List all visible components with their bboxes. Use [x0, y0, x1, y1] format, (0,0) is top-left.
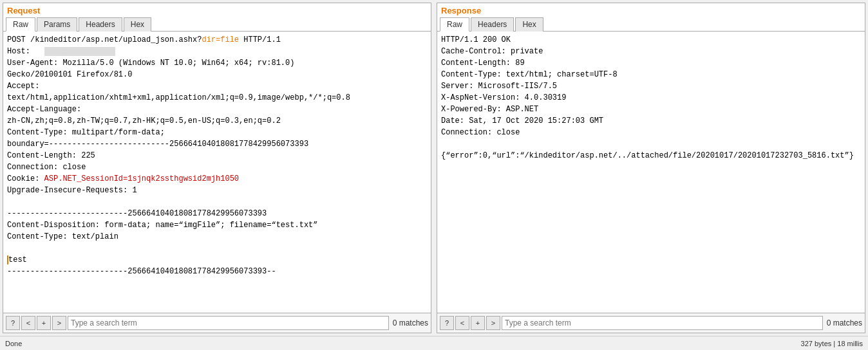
request-line-1: POST /kindeditor/asp.net/upload_json.ash…: [7, 35, 350, 276]
tab-hex-response[interactable]: Hex: [515, 17, 543, 32]
tab-params-request[interactable]: Params: [37, 17, 77, 32]
status-right: 327 bytes | 18 millis: [801, 340, 863, 347]
request-content: POST /kindeditor/asp.net/upload_json.ash…: [3, 32, 431, 313]
tab-headers-response[interactable]: Headers: [471, 17, 514, 32]
request-search-help[interactable]: ?: [6, 316, 20, 330]
response-content: HTTP/1.1 200 OK Cache-Control: private C…: [437, 32, 865, 313]
request-matches: 0 matches: [393, 318, 428, 327]
response-search-bar: ? < + > 0 matches: [437, 313, 865, 333]
status-bar: Done 327 bytes | 18 millis: [0, 336, 868, 350]
tab-hex-request[interactable]: Hex: [124, 17, 151, 32]
request-tabs: Raw Params Headers Hex: [3, 17, 431, 32]
response-search-next[interactable]: >: [486, 316, 500, 330]
request-search-bar: ? < + > 0 matches: [3, 313, 431, 333]
response-search-help[interactable]: ?: [440, 316, 454, 330]
response-search-input[interactable]: [502, 316, 823, 330]
request-search-add[interactable]: +: [37, 316, 51, 330]
request-search-next[interactable]: >: [52, 316, 66, 330]
response-title: Response: [437, 3, 865, 17]
response-tabs: Raw Headers Hex: [437, 17, 865, 32]
response-search-prev[interactable]: <: [455, 316, 469, 330]
response-line-1: HTTP/1.1 200 OK Cache-Control: private C…: [441, 35, 854, 160]
request-title: Request: [3, 3, 431, 17]
response-search-add[interactable]: +: [471, 316, 485, 330]
request-search-input[interactable]: [68, 316, 389, 330]
response-matches: 0 matches: [827, 318, 862, 327]
request-search-prev[interactable]: <: [21, 316, 35, 330]
request-panel: Request Raw Params Headers Hex POST /kin…: [3, 3, 431, 333]
tab-headers-request[interactable]: Headers: [79, 17, 122, 32]
tab-raw-request[interactable]: Raw: [6, 17, 35, 32]
response-panel: Response Raw Headers Hex HTTP/1.1 200 OK…: [437, 3, 865, 333]
tab-raw-response[interactable]: Raw: [440, 17, 469, 32]
status-left: Done: [5, 340, 22, 347]
